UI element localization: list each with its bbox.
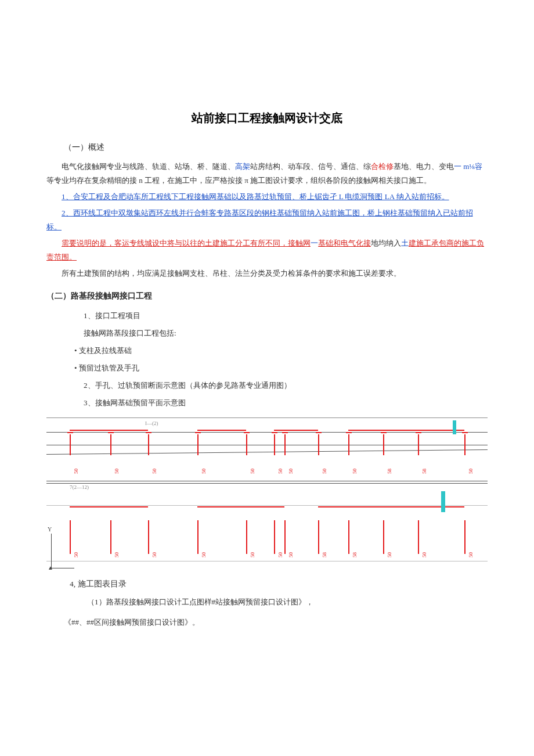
red-hseg (318, 506, 418, 507)
red-tick-lower (70, 520, 71, 554)
red-tick-lower (383, 520, 384, 554)
diag-upper-label: I—(2) (145, 420, 158, 426)
red-crossbar (346, 432, 352, 433)
red-dim-label-lower: 50 (468, 552, 474, 557)
sec2-item1: 1、接口工程项目 (84, 308, 488, 323)
red-dim-label-lower: 50 (288, 552, 294, 557)
red-crossbar (146, 432, 151, 433)
cyan-mark-1 (441, 491, 445, 512)
sec2-item1-sub: 接触网路基段接口工程包括: (84, 326, 488, 341)
red-tick-upper (110, 434, 111, 455)
red-crossbar (416, 432, 421, 433)
red-tick-upper (284, 434, 286, 455)
red-hseg (418, 430, 464, 431)
axis-origin-tri: ▲ (48, 564, 53, 571)
red-dim-label: 50 (250, 469, 255, 474)
red-dim-label-lower: 50 (151, 552, 157, 557)
sec2-bullet2: • 预留过轨管及手孔 (74, 361, 488, 376)
sec1-para2: 1、合安工程及合肥动车所工程线下工程接触网基础以及路基过轨预留、桥上锯齿孑 L … (46, 190, 488, 204)
sec2-item3: 3、接触网基础预留平面示意图 (84, 395, 488, 411)
red-hseg (274, 430, 318, 431)
p4-red-lead: 需要说明的是，客运专线城设中将与以往的土建施工分工有所不同，接触网 (62, 239, 311, 247)
red-tick-lower (318, 520, 319, 554)
red-hseg (110, 430, 148, 431)
red-crossbar (282, 432, 288, 433)
axis-x (51, 568, 74, 568)
p1-mid2: 基地、电力、变电 (394, 162, 454, 171)
red-tick-upper (464, 434, 466, 455)
section-1-header: （一）概述 (64, 142, 488, 153)
plan-diagram: I—(2) 7(2—12) 505050505050505050585850 5… (46, 417, 488, 568)
track-line-4 (46, 481, 488, 481)
section-2-header: （二）路基段接触网接口工程 (46, 291, 488, 301)
sec2-bullet1: • 支柱及拉线基础 (74, 343, 488, 358)
red-dim-label: 58 (421, 469, 427, 474)
p2-link: 1、合安工程及合肥动车所工程线下工程接触网基础以及路基过轨预留、桥上锯齿孑 L … (62, 192, 449, 201)
red-dim-label: 50 (277, 469, 283, 474)
red-dim-label: 58 (387, 469, 392, 474)
p4-mid: 地均纳入 (371, 239, 401, 247)
red-tick-lower (110, 520, 111, 554)
red-tick-lower (246, 520, 247, 554)
red-dim-label-lower: 58 (352, 552, 358, 557)
red-tick-upper (274, 434, 275, 455)
red-dim-label: 50 (151, 469, 157, 474)
red-dim-label: 50 (322, 469, 327, 474)
lower-guide-1 (46, 505, 488, 506)
sec1-para4: 需要说明的是，客运专线城设中将与以往的土建施工分工有所不同，接触网一基础和电气化… (46, 236, 488, 264)
red-crossbar (67, 432, 73, 433)
red-tick-lower (284, 520, 286, 554)
red-dim-label-lower: 50 (73, 552, 79, 557)
red-hseg (197, 506, 284, 507)
red-dim-label-lower: 50 (201, 552, 207, 557)
lower-guide-2 (46, 561, 488, 561)
sec2-item4-sub2: 《##、##区间接触网预留接口设计图》。 (64, 615, 488, 630)
axis-y (51, 534, 52, 568)
track-line-5 (46, 483, 488, 484)
cyan-mark-2 (453, 420, 456, 434)
red-crossbar (272, 432, 277, 433)
red-dim-label-lower: 50 (114, 552, 120, 557)
red-tick-lower (148, 520, 149, 554)
track-line-2 (46, 445, 488, 445)
sec2-item2: 2、手孔、过轨预留断面示意图（具体的参见路基专业通用图） (84, 378, 488, 393)
red-crossbar (195, 432, 201, 433)
red-hseg (383, 430, 418, 431)
p4-blue: 一 (311, 239, 318, 247)
red-tick-lower (197, 520, 199, 554)
doc-title: 站前接口工程接触网设计交底 (46, 110, 488, 126)
red-dim-label-lower: 50 (277, 552, 283, 557)
red-dim-label: 50 (352, 469, 358, 474)
red-hseg (70, 430, 110, 431)
p1-mid3: 等专业均存在复杂精细的接 n 工程，在施工中，应严格按接 π 施工图设计要求，组… (46, 176, 431, 185)
red-dim-label: 50 (73, 469, 79, 474)
track-line-3 (46, 449, 488, 455)
red-crossbar (244, 432, 250, 433)
red-dim-label: 50 (288, 469, 294, 474)
red-tick-lower (348, 520, 349, 554)
p4-blue2: 土 (401, 239, 409, 247)
red-dim-label: 50 (201, 469, 207, 474)
p1-mid1: 站房结构、动车段、信号、通信、综 (250, 162, 371, 171)
red-tick-lower (274, 520, 275, 554)
red-tick-lower (418, 520, 419, 554)
p4-red-mid: 基础和电气化接 (318, 239, 371, 247)
red-crossbar (316, 432, 322, 433)
red-tick-upper (246, 434, 247, 455)
red-tick-upper (418, 434, 419, 455)
red-dim-label: 50 (468, 469, 474, 474)
sec2-item4-sub1: （1）路基段接触网接口设计工点图样#站接触网预留接口设计图》， (87, 595, 488, 610)
p1-lead: 电气化接触网专业与线路、轨道、站场、桥、隧道、 (62, 162, 235, 171)
red-tick-upper (348, 434, 349, 455)
red-dim-label: 50 (114, 469, 120, 474)
red-tick-upper (318, 434, 319, 455)
p3-link: 2、西环线工程中双墩集站西环左线并行合蚌客专路基区段的钢柱基础预留纳入站前施工图… (46, 208, 473, 231)
red-hseg (197, 430, 246, 431)
p1-red1: 合检修 (371, 162, 394, 171)
p1-blue2: 一 m⅛容 (454, 162, 482, 171)
red-dim-label-lower: 50 (421, 552, 427, 557)
red-tick-lower (464, 520, 466, 554)
red-dim-label-lower: 50 (387, 552, 392, 557)
red-dim-label-lower: 58 (322, 552, 327, 557)
red-tick-upper (383, 434, 384, 455)
